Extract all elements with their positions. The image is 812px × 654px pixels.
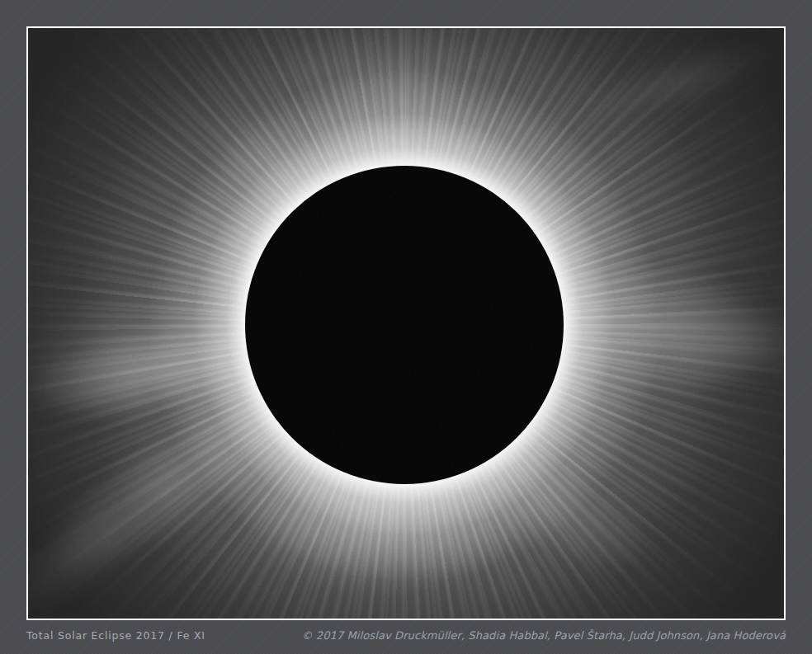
film-grain (28, 28, 784, 619)
caption-title: Total Solar Eclipse 2017 / Fe XI (26, 629, 205, 642)
eclipse-photo (26, 26, 786, 620)
caption-credit: © 2017 Miloslav Druckmüller, Shadia Habb… (302, 629, 786, 642)
matte-frame: Total Solar Eclipse 2017 / Fe XI © 2017 … (0, 0, 812, 654)
caption-bar: Total Solar Eclipse 2017 / Fe XI © 2017 … (26, 625, 786, 645)
